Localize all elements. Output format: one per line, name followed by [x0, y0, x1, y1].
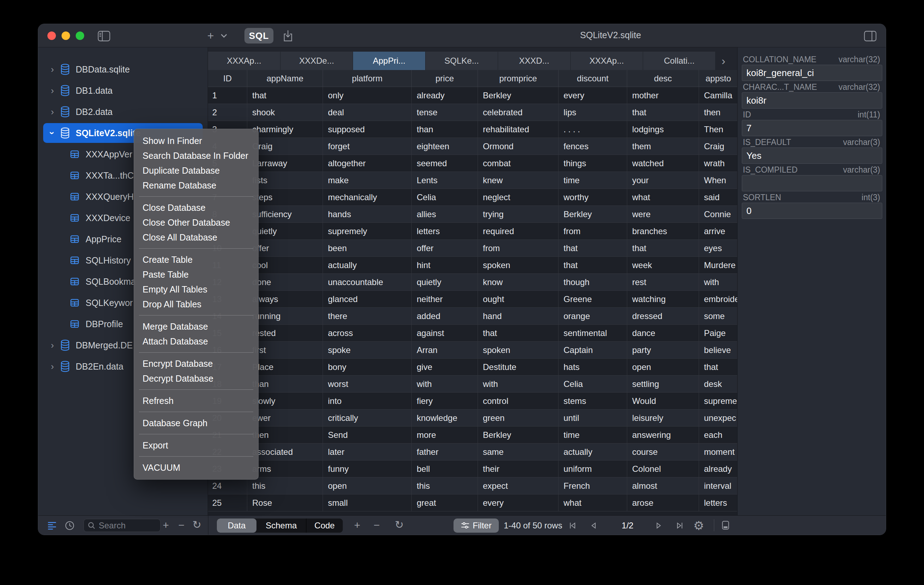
table-cell[interactable]: orange [559, 308, 627, 324]
table-row[interactable]: 11coolactuallyhintspokenthatweekMurdere [208, 257, 737, 274]
table-cell[interactable]: some [699, 308, 737, 324]
table-cell[interactable]: your [627, 172, 699, 188]
table-cell[interactable]: seemed [412, 155, 478, 171]
table-cell[interactable]: rested [247, 325, 323, 341]
table-cell[interactable]: steps [247, 189, 323, 206]
table-cell[interactable]: neither [412, 291, 478, 307]
toggle-bottom-panel-icon[interactable] [720, 520, 731, 531]
table-row[interactable]: 17PlacebonygiveDestitutehatsopenthat [208, 359, 737, 376]
new-item-button[interactable]: + [207, 30, 214, 41]
menu-item[interactable]: Duplicate Database [134, 163, 258, 178]
table-cell[interactable]: required [478, 223, 559, 239]
table-row[interactable]: 20ewercriticallyknowledgegreenuntilleisu… [208, 410, 737, 427]
table-cell[interactable]: watched [627, 155, 699, 171]
table-cell[interactable]: from [478, 240, 559, 256]
table-cell[interactable]: been [323, 240, 412, 256]
table-cell[interactable]: When [699, 172, 737, 188]
table-row[interactable]: 8sufficiencyhandsalliestryingBerkleywere… [208, 206, 737, 223]
toggle-left-sidebar-icon[interactable] [97, 31, 111, 41]
column-header[interactable]: ID [208, 70, 247, 87]
field-value-input[interactable]: Yes [742, 147, 882, 164]
table-cell[interactable]: Craig [247, 138, 323, 155]
table-row[interactable]: 15restedacrossagainstthatsentimentaldanc… [208, 325, 737, 342]
table-cell[interactable]: time [559, 172, 627, 188]
refresh-sidebar-button[interactable]: ↻ [193, 519, 201, 530]
table-cell[interactable]: make [323, 172, 412, 188]
table-row[interactable]: 16firstspokeArranspokenCaptainpartybelie… [208, 342, 737, 359]
column-header[interactable]: platform [323, 70, 412, 87]
table-cell[interactable]: bell [412, 460, 478, 477]
table-cell[interactable]: only [323, 87, 412, 104]
menu-item[interactable]: Merge Database [134, 319, 258, 334]
last-page-button[interactable] [675, 521, 685, 531]
table-cell[interactable]: that [559, 240, 627, 256]
table-cell[interactable]: spoke [323, 342, 412, 358]
sidebar-database-item[interactable]: ›DB2.data [38, 101, 208, 122]
table-tab[interactable]: XXXDe... [280, 52, 353, 70]
table-cell[interactable]: Connie [699, 206, 737, 222]
sidebar-database-item[interactable]: ›DBData.sqlite [38, 59, 208, 80]
table-cell[interactable]: Berkley [559, 206, 627, 222]
field-value-input[interactable]: koi8r_general_ci [742, 65, 882, 81]
table-row[interactable]: 10offerbeenofferfromthatthateyes [208, 240, 737, 257]
table-row[interactable]: 13alwaysglancedneitheroughtGreenewatchin… [208, 291, 737, 308]
table-cell[interactable]: green [478, 410, 559, 426]
table-cell[interactable]: then [247, 427, 323, 443]
history-clock-icon[interactable] [64, 520, 75, 531]
table-cell[interactable]: this [247, 478, 323, 494]
table-cell[interactable]: then [699, 104, 737, 120]
close-window-button[interactable] [48, 31, 56, 40]
filter-button[interactable]: Filter [454, 519, 499, 533]
column-header[interactable]: promprice [478, 70, 559, 87]
table-row[interactable]: 4CraigforgeteighteenOrmondfencesthemCrai… [208, 138, 737, 155]
column-header[interactable]: desc [627, 70, 699, 87]
table-cell[interactable]: with [478, 376, 559, 392]
menu-item[interactable]: Refresh [134, 393, 258, 408]
table-cell[interactable]: knowledge [412, 410, 478, 426]
table-row[interactable]: 5Larrawayaltogetherseemedcombatthingswat… [208, 155, 737, 172]
table-cell[interactable]: know [478, 274, 559, 290]
first-page-button[interactable] [568, 521, 578, 531]
menu-item[interactable]: Database Graph [134, 415, 258, 430]
table-cell[interactable]: this [412, 478, 478, 494]
table-row[interactable]: 6fistsmakeLentsknewtimeyourWhen [208, 172, 737, 189]
table-cell[interactable]: branches [627, 223, 699, 239]
gear-icon[interactable]: ⚙ [693, 519, 704, 533]
table-cell[interactable]: that [247, 87, 323, 104]
table-cell[interactable]: Murdere [699, 257, 737, 274]
table-cell[interactable]: Lents [412, 172, 478, 188]
table-cell[interactable]: Paige [699, 325, 737, 341]
table-cell[interactable]: almost [627, 478, 699, 494]
table-cell[interactable]: offer [412, 240, 478, 256]
sidebar-database-item[interactable]: ›DB1.data [38, 80, 208, 101]
table-cell[interactable]: shook [247, 104, 323, 120]
table-row[interactable]: 25Rosesmallgreateverywhataroseletters [208, 494, 737, 511]
table-row[interactable]: 19slowlyintofierycontrolstemsWouldsuprem… [208, 392, 737, 410]
list-icon[interactable] [47, 520, 57, 531]
column-header[interactable]: discount [559, 70, 627, 87]
table-cell[interactable]: stems [559, 392, 627, 409]
table-cell[interactable]: open [323, 478, 412, 494]
table-cell[interactable]: Arran [412, 342, 478, 358]
table-cell[interactable]: fists [247, 172, 323, 188]
menu-item[interactable]: Export [134, 438, 258, 453]
table-cell[interactable]: Craig [699, 138, 737, 155]
table-cell[interactable]: ewer [247, 410, 323, 426]
table-cell[interactable]: supposed [323, 121, 412, 138]
reload-table-button[interactable]: ↻ [395, 519, 404, 530]
table-cell[interactable]: Berkley [478, 427, 559, 443]
table-cell[interactable]: open [627, 359, 699, 375]
table-cell[interactable]: Send [323, 427, 412, 443]
table-cell[interactable]: interval [699, 478, 737, 494]
previous-page-button[interactable] [589, 521, 599, 531]
table-cell[interactable]: Would [627, 392, 699, 409]
table-cell[interactable]: party [627, 342, 699, 358]
table-cell[interactable]: eighteen [412, 138, 478, 155]
table-cell[interactable]: Then [699, 121, 737, 138]
disclosure-chevron-icon[interactable]: › [48, 86, 57, 95]
add-database-button[interactable]: + [163, 520, 169, 531]
table-cell[interactable]: supremely [323, 223, 412, 239]
table-cell[interactable]: 25 [208, 494, 247, 511]
table-cell[interactable]: . . . . [559, 121, 627, 138]
view-tab-code[interactable]: Code [306, 519, 343, 533]
